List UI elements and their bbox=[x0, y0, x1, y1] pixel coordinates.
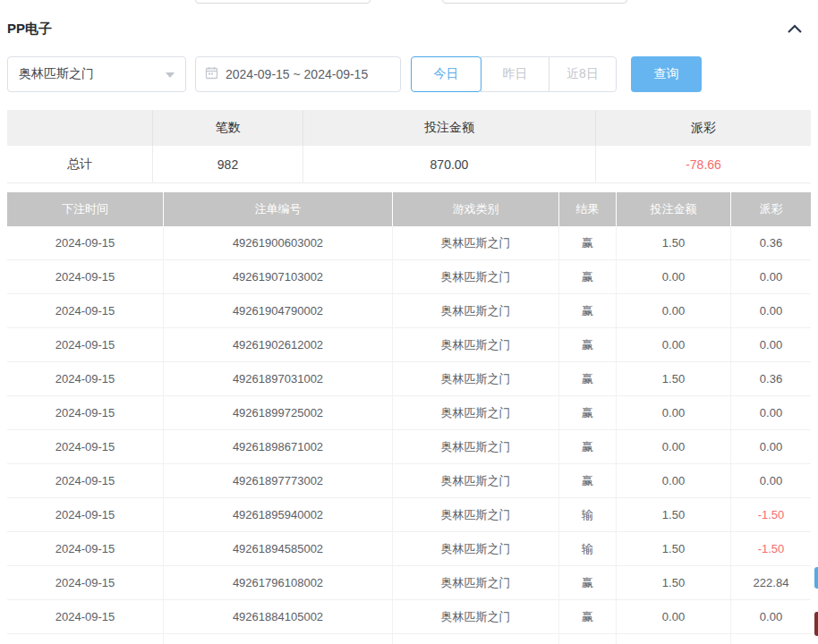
table-row: 2024-09-15 49261894585002 奥林匹斯之门 输 1.50 … bbox=[7, 532, 811, 566]
cell-bet-time bbox=[7, 634, 164, 644]
game-select-value: 奥林匹斯之门 bbox=[19, 66, 94, 82]
bet-table: 下注时间 注单编号 游戏类别 结果 投注金额 派彩 2024-09-15 492… bbox=[7, 192, 811, 644]
cell-bet-time: 2024-09-15 bbox=[7, 532, 164, 566]
summary-total-bet-amount: 870.00 bbox=[303, 146, 596, 183]
cell-order-number: 49261796108002 bbox=[164, 566, 393, 600]
date-range-input[interactable]: 2024-09-15 ~ 2024-09-15 bbox=[195, 56, 401, 92]
table-row: 2024-09-15 49261904790002 奥林匹斯之门 赢 0.00 … bbox=[7, 294, 811, 328]
summary-header-bet-amount: 投注金额 bbox=[303, 110, 596, 146]
cell-bet-time: 2024-09-15 bbox=[7, 600, 164, 634]
collapse-panel-button[interactable] bbox=[782, 20, 807, 39]
cell-game-category: 奥林匹斯之门 bbox=[393, 430, 559, 464]
cell-payout: 0.00 bbox=[731, 430, 811, 464]
summary-table: 笔数 投注金额 派彩 总计 982 870.00 -78.66 bbox=[7, 110, 811, 183]
header-result: 结果 bbox=[559, 192, 617, 226]
header-bet-amount: 投注金额 bbox=[617, 192, 731, 226]
page-title: PP电子 bbox=[7, 21, 52, 38]
cell-bet-time: 2024-09-15 bbox=[7, 294, 164, 328]
cell-order-number: 49261884105002 bbox=[164, 600, 393, 634]
cell-game-category: 奥林匹斯之门 bbox=[393, 362, 559, 396]
cell-result: 赢 bbox=[559, 260, 617, 294]
cell-bet-amount bbox=[617, 634, 731, 644]
cell-bet-time: 2024-09-15 bbox=[7, 464, 164, 498]
bet-table-header: 下注时间 注单编号 游戏类别 结果 投注金额 派彩 bbox=[7, 192, 811, 226]
floating-widget-red[interactable] bbox=[814, 612, 818, 636]
cell-order-number: 49261899725002 bbox=[164, 396, 393, 430]
cell-bet-time: 2024-09-15 bbox=[7, 328, 164, 362]
floating-widget-blue[interactable] bbox=[814, 567, 818, 589]
cell-bet-time: 2024-09-15 bbox=[7, 260, 164, 294]
header-payout: 派彩 bbox=[731, 192, 811, 226]
cell-order-number: 49261894585002 bbox=[164, 532, 393, 566]
summary-total-payout: -78.66 bbox=[596, 146, 811, 183]
cell-bet-amount: 0.00 bbox=[617, 260, 731, 294]
cell-result: 赢 bbox=[559, 328, 617, 362]
header-order-number: 注单编号 bbox=[164, 192, 393, 226]
cell-order-number: 49261902612002 bbox=[164, 328, 393, 362]
cell-payout: 0.00 bbox=[731, 464, 811, 498]
cell-payout: 222.84 bbox=[731, 566, 811, 600]
table-row: 2024-09-15 49261884105002 奥林匹斯之门 赢 0.00 … bbox=[7, 600, 811, 634]
cell-bet-amount: 0.00 bbox=[617, 294, 731, 328]
cell-order-number: 49261897031002 bbox=[164, 362, 393, 396]
chevron-up-icon bbox=[787, 23, 803, 37]
cell-order-number: 49261898671002 bbox=[164, 430, 393, 464]
today-button[interactable]: 今日 bbox=[411, 56, 481, 92]
caret-down-icon bbox=[166, 72, 175, 82]
cell-result: 输 bbox=[559, 532, 617, 566]
cell-payout: -1.50 bbox=[731, 498, 811, 532]
search-button[interactable]: 查询 bbox=[631, 56, 702, 92]
cell-payout: 0.00 bbox=[731, 396, 811, 430]
cell-bet-amount: 0.00 bbox=[617, 396, 731, 430]
last-8-days-button[interactable]: 近8日 bbox=[549, 56, 617, 92]
filter-bar: 奥林匹斯之门 2024-09-15 ~ 2024-09-15 今日 昨日 近8日… bbox=[0, 56, 818, 92]
table-row: 2024-09-15 49261897773002 奥林匹斯之门 赢 0.00 … bbox=[7, 464, 811, 498]
cell-bet-amount: 1.50 bbox=[617, 226, 731, 260]
cell-game-category: 奥林匹斯之门 bbox=[393, 566, 559, 600]
table-row-partial bbox=[7, 634, 811, 644]
game-select[interactable]: 奥林匹斯之门 bbox=[7, 56, 186, 92]
cell-payout: 0.00 bbox=[731, 328, 811, 362]
cell-result: 赢 bbox=[559, 226, 617, 260]
cropped-input-left[interactable] bbox=[195, 0, 371, 4]
cell-bet-time: 2024-09-15 bbox=[7, 566, 164, 600]
cell-game-category: 奥林匹斯之门 bbox=[393, 226, 559, 260]
quick-range-group: 今日 昨日 近8日 bbox=[411, 56, 617, 92]
bet-table-body: 2024-09-15 49261900603002 奥林匹斯之门 赢 1.50 … bbox=[7, 226, 811, 634]
cropped-input-right[interactable] bbox=[442, 0, 627, 4]
cell-order-number: 49261895940002 bbox=[164, 498, 393, 532]
table-row: 2024-09-15 49261898671002 奥林匹斯之门 赢 0.00 … bbox=[7, 430, 811, 464]
cell-result: 赢 bbox=[559, 396, 617, 430]
cell-payout: 0.36 bbox=[731, 226, 811, 260]
cell-result: 赢 bbox=[559, 600, 617, 634]
cell-bet-time: 2024-09-15 bbox=[7, 396, 164, 430]
cell-bet-amount: 0.00 bbox=[617, 328, 731, 362]
date-range-value: 2024-09-15 ~ 2024-09-15 bbox=[226, 67, 368, 81]
table-row: 2024-09-15 49261897031002 奥林匹斯之门 赢 1.50 … bbox=[7, 362, 811, 396]
cell-bet-amount: 1.50 bbox=[617, 362, 731, 396]
cell-bet-time: 2024-09-15 bbox=[7, 226, 164, 260]
cell-order-number: 49261900603002 bbox=[164, 226, 393, 260]
cell-result: 赢 bbox=[559, 566, 617, 600]
table-row: 2024-09-15 49261899725002 奥林匹斯之门 赢 0.00 … bbox=[7, 396, 811, 430]
calendar-icon bbox=[205, 66, 218, 82]
table-row: 2024-09-15 49261900603002 奥林匹斯之门 赢 1.50 … bbox=[7, 226, 811, 260]
table-row: 2024-09-15 49261796108002 奥林匹斯之门 赢 1.50 … bbox=[7, 566, 811, 600]
cell-payout: 0.36 bbox=[731, 362, 811, 396]
yesterday-button[interactable]: 昨日 bbox=[481, 56, 550, 92]
cell-game-category: 奥林匹斯之门 bbox=[393, 260, 559, 294]
cell-game-category: 奥林匹斯之门 bbox=[393, 532, 559, 566]
cell-game-category: 奥林匹斯之门 bbox=[393, 294, 559, 328]
cell-game-category: 奥林匹斯之门 bbox=[393, 498, 559, 532]
cell-order-number: 49261907103002 bbox=[164, 260, 393, 294]
cell-bet-amount: 0.00 bbox=[617, 600, 731, 634]
summary-total-label: 总计 bbox=[7, 146, 153, 183]
summary-total-count: 982 bbox=[153, 146, 303, 183]
table-row: 2024-09-15 49261902612002 奥林匹斯之门 赢 0.00 … bbox=[7, 328, 811, 362]
cell-bet-time: 2024-09-15 bbox=[7, 430, 164, 464]
cell-bet-amount: 0.00 bbox=[617, 430, 731, 464]
summary-header-blank bbox=[7, 110, 153, 146]
summary-header-payout: 派彩 bbox=[596, 110, 811, 146]
cell-result: 赢 bbox=[559, 294, 617, 328]
cell-bet-amount: 1.50 bbox=[617, 532, 731, 566]
